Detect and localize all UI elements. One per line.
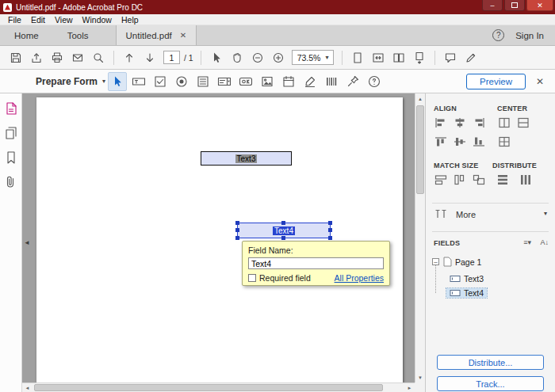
tree-item-page1[interactable]: – Page 1 [432, 257, 481, 267]
align-right-button[interactable] [470, 116, 488, 130]
zoom-in-button[interactable] [269, 48, 288, 67]
align-top-button[interactable] [432, 135, 450, 149]
all-properties-link[interactable]: All Properties [335, 273, 384, 283]
form-panel-button[interactable] [4, 101, 18, 116]
sort-fields-icon[interactable]: ≡▾ [523, 238, 531, 246]
page-thumbnails-button[interactable] [4, 126, 18, 140]
zoom-out-button[interactable] [248, 48, 267, 67]
single-page-view-button[interactable] [348, 48, 367, 67]
bookmarks-button[interactable] [4, 150, 18, 165]
sign-in-button[interactable]: Sign In [515, 31, 544, 40]
radio-button-tool-button[interactable] [172, 72, 191, 91]
more-label[interactable]: More [456, 210, 476, 219]
comment-tool-button[interactable] [441, 48, 460, 67]
email-button[interactable] [68, 48, 87, 67]
scroll-left-icon[interactable]: ◄ [22, 383, 33, 392]
menu-help[interactable]: Help [117, 14, 144, 25]
dropdown-tool-button[interactable] [215, 72, 234, 91]
horizontal-scrollbar[interactable]: ◄ ► [22, 382, 415, 392]
selection-handle[interactable] [328, 228, 332, 232]
vertical-scrollbar-thumb[interactable] [416, 105, 424, 194]
pdf-page[interactable]: Text3 Text4 Field Name: Required field [36, 97, 403, 382]
match-height-button[interactable] [451, 173, 469, 187]
tab-home[interactable]: Home [0, 25, 53, 45]
vertical-scrollbar[interactable]: ▲ ▼ [415, 93, 425, 382]
barcode-tool-button[interactable] [322, 72, 341, 91]
search-button[interactable] [89, 48, 108, 67]
document-canvas[interactable]: Text3 Text4 Field Name: Required field [22, 93, 425, 392]
tab-document[interactable]: Untitled.pdf ✕ [116, 25, 197, 45]
hand-tool-button[interactable] [228, 48, 247, 67]
save-button[interactable] [6, 48, 25, 67]
tree-item-text3[interactable]: Text3 [450, 274, 484, 284]
tab-tools[interactable]: Tools [53, 25, 103, 45]
sort-az-icon[interactable]: A↓ [540, 238, 549, 246]
close-form-editing-button[interactable]: ✕ [536, 76, 544, 87]
menu-edit[interactable]: Edit [26, 14, 50, 25]
next-page-button[interactable] [140, 48, 159, 67]
scroll-down-icon[interactable]: ▼ [415, 372, 425, 382]
chevron-down-icon[interactable]: ▾ [544, 210, 547, 217]
attachments-button[interactable] [4, 175, 18, 189]
scroll-right-icon[interactable]: ► [404, 383, 415, 392]
align-left-button[interactable] [432, 116, 450, 130]
match-both-button[interactable] [470, 173, 488, 187]
prepare-form-menu[interactable]: Prepare Form [36, 76, 98, 87]
selection-handle[interactable] [235, 236, 239, 240]
required-field-checkbox[interactable] [248, 274, 256, 282]
scroll-up-icon[interactable]: ▲ [415, 93, 425, 104]
select-tool-button[interactable] [207, 48, 226, 67]
help-icon[interactable]: ? [492, 29, 504, 41]
selection-handle[interactable] [328, 236, 332, 240]
form-field-text3[interactable]: Text3 [201, 151, 292, 166]
align-center-button[interactable] [451, 116, 469, 130]
center-vertical-button[interactable] [515, 116, 532, 130]
horizontal-scrollbar-thumb[interactable] [34, 384, 383, 391]
center-both-button[interactable] [496, 135, 513, 149]
tree-expand-toggle[interactable]: – [432, 258, 439, 265]
list-box-tool-button[interactable] [193, 72, 212, 91]
fill-sign-button[interactable] [461, 48, 480, 67]
button-tool-button[interactable] [236, 72, 255, 91]
image-field-tool-button[interactable] [258, 72, 277, 91]
align-middle-button[interactable] [451, 135, 469, 149]
close-button[interactable]: ✕ [526, 0, 553, 11]
field-name-input[interactable] [248, 257, 384, 269]
maximize-button[interactable] [504, 0, 525, 11]
fit-width-button[interactable] [369, 48, 388, 67]
center-horizontal-button[interactable] [496, 116, 513, 130]
selection-handle[interactable] [328, 221, 332, 225]
menu-window[interactable]: Window [78, 14, 117, 25]
menu-view[interactable]: View [50, 14, 78, 25]
text-field-tool-button[interactable] [129, 72, 148, 91]
checkbox-tool-button[interactable] [151, 72, 170, 91]
scrolling-view-button[interactable] [410, 48, 429, 67]
distribute-vertical-button[interactable] [494, 173, 511, 187]
track-button[interactable]: Track... [437, 376, 544, 391]
preview-button[interactable]: Preview [466, 74, 526, 89]
share-button[interactable] [27, 48, 46, 67]
form-help-button[interactable] [365, 72, 384, 91]
tree-item-text4[interactable]: Text4 [446, 288, 487, 298]
previous-page-button[interactable] [120, 48, 139, 67]
selection-handle[interactable] [235, 221, 239, 225]
distribute-button[interactable]: Distribute... [437, 355, 544, 370]
match-width-button[interactable] [432, 173, 450, 187]
minimize-button[interactable]: – [482, 0, 503, 11]
distribute-horizontal-button[interactable] [518, 173, 535, 187]
date-field-tool-button[interactable] [279, 72, 298, 91]
print-button[interactable] [48, 48, 67, 67]
selection-handle[interactable] [281, 221, 285, 225]
two-page-view-button[interactable] [389, 48, 408, 67]
more-fields-button[interactable] [432, 207, 450, 221]
align-bottom-button[interactable] [470, 135, 488, 149]
menu-file[interactable]: File [3, 14, 26, 25]
keep-tool-selected-pin-button[interactable] [343, 72, 362, 91]
zoom-level-dropdown[interactable]: 73.5% ▾ [292, 50, 335, 65]
select-object-tool-button[interactable] [108, 72, 127, 91]
page-number-input[interactable]: 1 [163, 51, 180, 64]
chevron-down-icon[interactable]: ▾ [102, 78, 105, 85]
selection-handle[interactable] [235, 228, 239, 232]
document-tab-close-icon[interactable]: ✕ [180, 31, 186, 40]
collapse-panel-icon[interactable]: ◄ [24, 239, 30, 246]
